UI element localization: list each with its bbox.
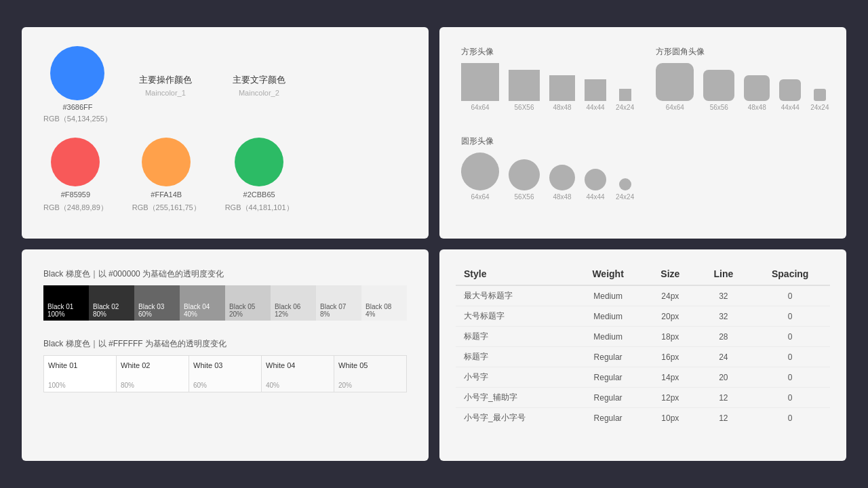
color-circle-red: [51, 138, 100, 186]
avatar-cir-24: 24x24: [616, 178, 634, 201]
avatar-sq-24: 24x24: [616, 89, 634, 111]
rounded-avatar-row: 64x64 56x56 48x48 44x44 24x24: [656, 63, 829, 111]
secondary-colors-row: #F85959 RGB（248,89,89） #FFA14B RGB（255,1…: [43, 138, 407, 213]
avatar-cir-44: 44x44: [585, 169, 606, 201]
typo-row: 标题字 Regular 16px 24 0: [456, 347, 830, 367]
typo-spacing: 0: [750, 367, 830, 388]
avatar-rnd-56: 56x56: [703, 70, 734, 111]
typo-line: 20: [696, 367, 750, 388]
typo-style: 大号标题字: [456, 306, 572, 327]
black-swatch: Black 0520%: [225, 285, 271, 321]
white-scale-title: Black 梯度色｜以 #FFFFFF 为基础色的透明度变化: [43, 338, 407, 350]
white-swatch: White 0520%: [334, 355, 407, 392]
typo-size: 18px: [644, 327, 696, 347]
col-size: Size: [644, 263, 696, 285]
avatar-sq-64: 64x64: [461, 63, 499, 111]
white-swatch: White 0280%: [116, 355, 189, 392]
color-hex-red: #F85959: [61, 190, 90, 199]
color-item-orange: #FFA14B RGB（255,161,75）: [132, 138, 201, 213]
typo-weight: Medium: [572, 306, 644, 327]
black-swatch: Black 0440%: [180, 285, 225, 321]
col-spacing: Spacing: [750, 263, 830, 285]
typo-line: 12: [696, 388, 750, 408]
black-swatch: Black 078%: [316, 285, 361, 321]
typo-spacing: 0: [750, 327, 830, 347]
avatar-cir-64: 64x64: [461, 152, 499, 201]
col-weight: Weight: [572, 263, 644, 285]
typo-row: 小号字_辅助字 Regular 12px 12 0: [456, 388, 830, 408]
grayscale-panel: Black 梯度色｜以 #000000 为基础色的透明度变化 Black 011…: [22, 249, 429, 461]
main-color-row: #3686FF RGB（54,134,255） 主要操作颜色 Maincolor…: [43, 46, 407, 124]
black-swatch: Black 01100%: [43, 285, 89, 321]
typo-size: 24px: [644, 285, 696, 306]
typo-size: 20px: [644, 306, 696, 327]
typo-style: 最大号标题字: [456, 285, 572, 306]
color-item-red: #F85959 RGB（248,89,89）: [43, 138, 108, 213]
black-swatches-row: Black 01100%Black 0280%Black 0360%Black …: [43, 285, 407, 321]
white-swatch: White 01100%: [43, 355, 116, 392]
color-rgb-orange: RGB（255,161,75）: [132, 203, 201, 213]
typography-table: Style Weight Size Line Spacing 最大号标题字 Me…: [456, 263, 830, 428]
black-scale-title: Black 梯度色｜以 #000000 为基础色的透明度变化: [43, 268, 407, 280]
typo-weight: Regular: [572, 388, 644, 408]
typo-row: 标题字 Medium 18px 28 0: [456, 327, 830, 347]
black-scale-section: Black 梯度色｜以 #000000 为基础色的透明度变化 Black 011…: [43, 268, 407, 321]
typo-size: 10px: [644, 408, 696, 428]
black-swatch: Black 0360%: [134, 285, 180, 321]
main-color-rgb: RGB（54,134,255）: [43, 114, 112, 124]
square-avatar-section: 方形头像 64x64 56X56 48x48 44x44: [461, 46, 634, 111]
black-swatch: Black 0280%: [89, 285, 134, 321]
typo-spacing: 0: [750, 306, 830, 327]
typo-line: 28: [696, 327, 750, 347]
avatar-sq-56: 56X56: [509, 70, 540, 111]
white-swatches-row: White 01100%White 0280%White 0360%White …: [43, 355, 407, 392]
typo-weight: Regular: [572, 367, 644, 388]
avatar-sq-48: 48x48: [549, 75, 575, 111]
main-color-circle: [50, 46, 104, 100]
main-color-label-1: 主要操作颜色 Maincolor_1: [139, 74, 192, 97]
typo-row: 小号字 Regular 14px 20 0: [456, 367, 830, 388]
typo-style: 小号字_辅助字: [456, 388, 572, 408]
white-swatch: White 0440%: [261, 355, 334, 392]
main-color-label-2: 主要文字颜色 Maincolor_2: [233, 74, 285, 97]
colors-panel: #3686FF RGB（54,134,255） 主要操作颜色 Maincolor…: [22, 27, 429, 239]
typo-line: 12: [696, 408, 750, 428]
typography-panel: Style Weight Size Line Spacing 最大号标题字 Me…: [439, 249, 846, 461]
typo-weight: Medium: [572, 285, 644, 306]
typo-spacing: 0: [750, 285, 830, 306]
color-item-green: #2CBB65 RGB（44,181,101）: [225, 138, 294, 213]
white-scale-section: Black 梯度色｜以 #FFFFFF 为基础色的透明度变化 White 011…: [43, 338, 407, 392]
white-swatch: White 0360%: [189, 355, 261, 392]
avatar-rnd-24: 24x24: [810, 89, 829, 111]
typo-weight: Regular: [572, 408, 644, 428]
typo-line: 32: [696, 306, 750, 327]
avatar-rnd-48: 48x48: [744, 75, 770, 111]
avatar-rnd-44: 44x44: [779, 79, 801, 111]
rounded-avatar-section: 方形圆角头像 64x64 56x56 48x48 44x44: [656, 46, 829, 111]
avatar-cir-56: 56X56: [509, 159, 540, 201]
typo-spacing: 0: [750, 388, 830, 408]
avatar-sq-44: 44x44: [585, 79, 606, 111]
typo-size: 14px: [644, 367, 696, 388]
typo-row: 最大号标题字 Medium 24px 32 0: [456, 285, 830, 306]
black-swatch: Black 084%: [361, 285, 407, 321]
typo-row: 大号标题字 Medium 20px 32 0: [456, 306, 830, 327]
color-hex-orange: #FFA14B: [151, 190, 182, 199]
square-avatar-row: 64x64 56X56 48x48 44x44 24x24: [461, 63, 634, 111]
typo-line: 24: [696, 347, 750, 367]
typo-style: 小号字: [456, 367, 572, 388]
avatar-rnd-64: 64x64: [656, 63, 694, 111]
typo-spacing: 0: [750, 408, 830, 428]
typo-row: 小号字_最小字号 Regular 10px 12 0: [456, 408, 830, 428]
col-line: Line: [696, 263, 750, 285]
main-color-labels: 主要操作颜色 Maincolor_1 主要文字颜色 Maincolor_2: [139, 74, 285, 97]
circle-avatar-row: 64x64 56X56 48x48 44x44 24x24: [461, 152, 825, 201]
typo-size: 16px: [644, 347, 696, 367]
typo-style: 标题字: [456, 347, 572, 367]
color-circle-green: [235, 138, 283, 186]
avatars-panel: 方形头像 64x64 56X56 48x48 44x44: [439, 27, 846, 239]
color-circle-orange: [142, 138, 191, 186]
color-hex-green: #2CBB65: [243, 190, 275, 199]
typo-weight: Medium: [572, 327, 644, 347]
color-rgb-red: RGB（248,89,89）: [43, 203, 108, 213]
